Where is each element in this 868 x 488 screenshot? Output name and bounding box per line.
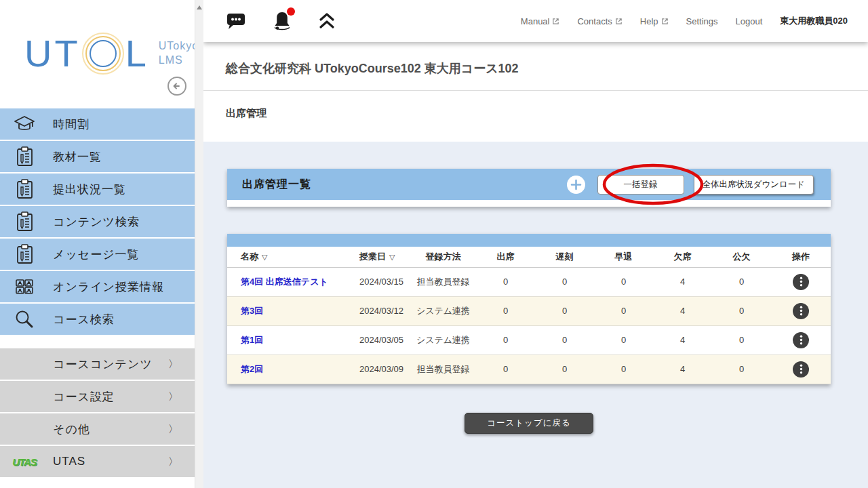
link-label: Help bbox=[640, 16, 658, 26]
contacts-link[interactable]: Contacts bbox=[577, 16, 622, 26]
sidebar-item-course-settings[interactable]: コース設定 〉 bbox=[0, 381, 195, 413]
column-header-name[interactable]: 名称▽ bbox=[227, 247, 346, 267]
sidebar-item-label: コンテンツ検索 bbox=[53, 214, 140, 230]
sidebar-item-label: オンライン授業情報 bbox=[53, 279, 164, 295]
search-icon bbox=[11, 307, 38, 331]
late-count-cell: 0 bbox=[535, 296, 594, 325]
header-label: 授業日 bbox=[359, 251, 386, 262]
row-actions-button[interactable] bbox=[793, 274, 809, 290]
settings-link[interactable]: Settings bbox=[686, 16, 718, 26]
header-label: 名称 bbox=[241, 251, 258, 262]
header-label: 公欠 bbox=[733, 251, 751, 262]
sort-icon[interactable]: ▽ bbox=[262, 253, 267, 261]
sidebar-item-label: 教材一覧 bbox=[53, 149, 102, 165]
sidebar-item-others[interactable]: その他 〉 bbox=[0, 413, 195, 446]
sidebar-item-content-search[interactable]: コンテンツ検索 bbox=[0, 206, 195, 239]
column-header-absent: 欠席 bbox=[653, 247, 712, 267]
chevron-right-icon: 〉 bbox=[168, 455, 178, 468]
logo-subtitle-line2: LMS bbox=[159, 54, 183, 66]
sidebar-item-materials[interactable]: 教材一覧 bbox=[0, 141, 195, 174]
messages-button[interactable] bbox=[226, 12, 246, 30]
method-cell: システム連携 bbox=[410, 325, 476, 354]
clipboard-icon bbox=[11, 242, 38, 266]
link-label: Contacts bbox=[577, 16, 612, 26]
sidebar-item-online-class-info[interactable]: オンライン授業情報 bbox=[0, 271, 195, 304]
present-count-cell: 0 bbox=[476, 354, 535, 384]
clipboard-icon bbox=[11, 177, 38, 201]
row-actions-button[interactable] bbox=[793, 361, 809, 378]
menu-item-label: コース設定 bbox=[53, 389, 115, 405]
row-actions-button[interactable] bbox=[793, 332, 809, 348]
chevron-right-icon: 〉 bbox=[168, 423, 178, 436]
chevron-right-icon: 〉 bbox=[168, 358, 178, 371]
session-link[interactable]: 第1回 bbox=[241, 335, 263, 345]
excused-count-cell: 0 bbox=[712, 354, 771, 384]
sidebar-item-timetable[interactable]: 時間割 bbox=[0, 108, 195, 141]
sidebar-scrollbar[interactable] bbox=[195, 0, 203, 488]
present-count-cell: 0 bbox=[476, 296, 535, 325]
row-actions-button[interactable] bbox=[793, 303, 809, 319]
sidebar-collapse-button[interactable] bbox=[167, 77, 186, 96]
column-header-actions: 操作 bbox=[771, 247, 831, 267]
plus-icon bbox=[570, 179, 582, 190]
absent-count-cell: 4 bbox=[653, 354, 712, 384]
arrow-left-icon bbox=[172, 81, 182, 92]
table-row: 第3回 2024/03/12 システム連携 0 0 0 4 0 bbox=[227, 296, 831, 325]
sidebar: UT L UTokyo LMS 時間割 教材一覧 bbox=[0, 0, 195, 488]
early-leave-count-cell: 0 bbox=[594, 325, 653, 354]
attendance-table-panel: 名称▽ 授業日▽ 登録方法 出席 遅刻 早退 欠席 公欠 操作 第4回 出席送信… bbox=[227, 234, 831, 384]
bulk-register-button[interactable]: 一括登録 bbox=[597, 175, 684, 195]
notifications-button[interactable] bbox=[272, 10, 292, 32]
sidebar-item-submissions[interactable]: 提出状況一覧 bbox=[0, 174, 195, 206]
notification-badge-dot bbox=[287, 7, 295, 16]
session-link[interactable]: 第2回 bbox=[241, 364, 263, 374]
session-link[interactable]: 第3回 bbox=[241, 306, 263, 316]
attendance-list-panel: 出席管理一覧 一括登録 全体出席状況ダウンロード bbox=[227, 169, 831, 207]
help-link[interactable]: Help bbox=[640, 16, 669, 26]
main-area: Manual Contacts Help Settings Logout 東大用… bbox=[203, 0, 868, 488]
attendance-panel-header: 出席管理一覧 一括登録 全体出席状況ダウンロード bbox=[227, 169, 831, 200]
logo-letter-l: L bbox=[125, 35, 149, 73]
late-count-cell: 0 bbox=[535, 354, 594, 384]
early-leave-count-cell: 0 bbox=[594, 267, 653, 296]
sidebar-item-course-contents[interactable]: コースコンテンツ 〉 bbox=[0, 348, 195, 381]
column-header-early-leave: 早退 bbox=[594, 247, 653, 267]
sidebar-item-course-search[interactable]: コース検索 bbox=[0, 304, 195, 336]
header-label: 出席 bbox=[497, 251, 515, 262]
menu-item-label: コースコンテンツ bbox=[53, 357, 153, 372]
manual-link[interactable]: Manual bbox=[521, 16, 560, 26]
logo-subtitle: UTokyo LMS bbox=[159, 39, 199, 68]
external-link-icon bbox=[552, 18, 559, 25]
collapse-header-button[interactable] bbox=[318, 12, 336, 30]
absent-count-cell: 4 bbox=[653, 267, 712, 296]
back-to-course-top-button[interactable]: コーストップに戻る bbox=[465, 413, 593, 434]
session-link[interactable]: 第4回 出席送信テスト bbox=[241, 277, 328, 287]
table-row: 第2回 2024/03/09 担当教員登録 0 0 0 4 0 bbox=[227, 354, 831, 384]
present-count-cell: 0 bbox=[476, 325, 535, 354]
link-label: Settings bbox=[686, 16, 718, 26]
sort-icon[interactable]: ▽ bbox=[389, 253, 395, 261]
sidebar-item-messages[interactable]: メッセージ一覧 bbox=[0, 239, 195, 271]
footer-actions: コーストップに戻る bbox=[227, 413, 831, 434]
class-date-cell: 2024/03/15 bbox=[346, 267, 410, 296]
kebab-menu-icon bbox=[800, 306, 803, 316]
column-header-date[interactable]: 授業日▽ bbox=[346, 247, 410, 267]
course-header: 総合文化研究科 UTokyoCourse102 東大用コース102 出席管理 bbox=[203, 42, 868, 142]
logo-area: UT L UTokyo LMS bbox=[0, 0, 195, 108]
download-overall-attendance-button[interactable]: 全体出席状況ダウンロード bbox=[694, 175, 814, 195]
header-label: 早退 bbox=[615, 251, 633, 262]
early-leave-count-cell: 0 bbox=[594, 354, 653, 384]
late-count-cell: 0 bbox=[535, 267, 594, 296]
menu-item-label: UTAS bbox=[53, 455, 85, 468]
topbar-links: Manual Contacts Help Settings Logout 東大用… bbox=[521, 15, 848, 27]
sidebar-item-utas[interactable]: UTAS UTAS 〉 bbox=[0, 446, 195, 479]
excused-count-cell: 0 bbox=[712, 325, 771, 354]
logout-link[interactable]: Logout bbox=[736, 16, 763, 26]
panel-title: 出席管理一覧 bbox=[242, 178, 311, 192]
attendance-table: 名称▽ 授業日▽ 登録方法 出席 遅刻 早退 欠席 公欠 操作 第4回 出席送信… bbox=[227, 247, 831, 384]
excused-count-cell: 0 bbox=[712, 296, 771, 325]
topbar: Manual Contacts Help Settings Logout 東大用… bbox=[203, 0, 868, 42]
scroll-up-arrow-icon[interactable] bbox=[197, 5, 202, 9]
add-attendance-button[interactable] bbox=[567, 176, 585, 194]
clipboard-icon bbox=[11, 209, 38, 234]
